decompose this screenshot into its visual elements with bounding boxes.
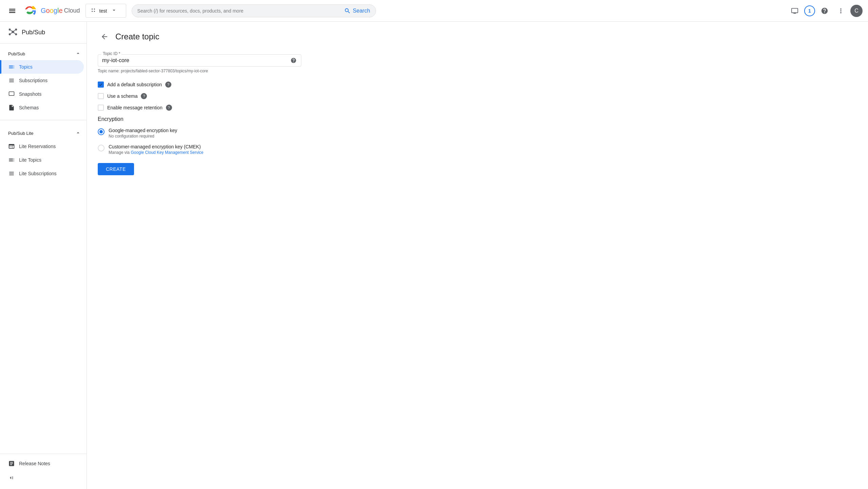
svg-point-2 xyxy=(92,11,93,12)
topic-id-input[interactable] xyxy=(102,57,297,64)
topic-id-help-icon[interactable] xyxy=(290,57,297,64)
topic-id-wrapper: Topic ID xyxy=(98,54,301,67)
notification-badge[interactable]: 1 xyxy=(804,5,815,16)
project-name: test xyxy=(99,8,107,14)
sidebar-item-lite-reservations-label: Lite Reservations xyxy=(19,144,56,149)
main-content: Create topic Topic ID Topic name: projec… xyxy=(87,22,868,489)
google-managed-key-radio[interactable] xyxy=(98,128,105,135)
sidebar-item-topics[interactable]: Topics xyxy=(0,60,84,74)
sidebar-item-schemas[interactable]: Schemas xyxy=(0,101,84,114)
search-button[interactable]: Search xyxy=(344,7,370,14)
sidebar-item-release-notes-label: Release Notes xyxy=(19,461,50,466)
google-managed-key-sublabel: No configuration required xyxy=(109,134,177,139)
help-button[interactable] xyxy=(818,4,831,18)
lite-reservations-icon xyxy=(8,143,15,150)
sidebar-pubsub-section: Pub/Sub Topics Subscriptions xyxy=(0,43,87,117)
svg-point-0 xyxy=(92,8,93,10)
use-schema-label: Use a schema xyxy=(107,93,137,99)
pubsub-lite-section-header[interactable]: Pub/Sub Lite xyxy=(0,126,87,140)
cmek-row: Customer-managed encryption key (CMEK) M… xyxy=(98,144,301,155)
avatar-letter: C xyxy=(854,8,858,14)
sidebar-divider xyxy=(0,120,87,120)
topic-id-field: Topic ID Topic name: projects/fabled-sec… xyxy=(98,54,301,73)
cmek-content: Customer-managed encryption key (CMEK) M… xyxy=(109,144,204,155)
google-managed-key-content: Google-managed encryption key No configu… xyxy=(109,128,177,139)
svg-point-3 xyxy=(94,11,95,12)
sidebar-item-lite-subscriptions[interactable]: Lite Subscriptions xyxy=(0,167,84,180)
lite-topics-icon xyxy=(8,157,15,163)
svg-line-11 xyxy=(11,33,12,34)
use-schema-help-icon[interactable]: ? xyxy=(141,93,147,99)
svg-line-9 xyxy=(11,30,12,31)
cmek-link[interactable]: Google Cloud Key Management Service xyxy=(131,150,203,155)
topic-name-hint: Topic name: projects/fabled-sector-37780… xyxy=(98,69,301,73)
project-selector[interactable]: test xyxy=(86,4,126,18)
schemas-icon xyxy=(8,104,15,111)
cmek-radio[interactable] xyxy=(98,145,105,151)
add-default-subscription-checkbox[interactable] xyxy=(98,82,104,88)
svg-point-1 xyxy=(94,8,95,10)
page-title: Create topic xyxy=(115,32,159,41)
encryption-section-title: Encryption xyxy=(98,116,301,122)
more-menu-button[interactable] xyxy=(834,4,848,18)
sidebar-item-lite-reservations[interactable]: Lite Reservations xyxy=(0,140,84,153)
use-schema-checkbox[interactable] xyxy=(98,93,104,99)
pubsub-section-title: Pub/Sub xyxy=(8,51,25,56)
topics-icon xyxy=(8,64,15,70)
collapse-sidebar-icon xyxy=(8,474,15,482)
create-button[interactable]: CREATE xyxy=(98,163,134,175)
encryption-radio-group: Google-managed encryption key No configu… xyxy=(98,128,301,155)
message-retention-help-icon[interactable]: ? xyxy=(166,105,172,111)
sidebar-item-topics-label: Topics xyxy=(19,64,33,70)
pubsub-lite-section-title: Pub/Sub Lite xyxy=(8,131,33,136)
search-label: Search xyxy=(353,8,370,14)
search-input[interactable] xyxy=(137,8,344,14)
top-header: Google Cloud test Search 1 xyxy=(0,0,868,22)
google-managed-key-row: Google-managed encryption key No configu… xyxy=(98,128,301,139)
user-avatar[interactable]: C xyxy=(850,5,863,17)
hamburger-button[interactable] xyxy=(5,4,19,18)
sidebar-item-subscriptions-label: Subscriptions xyxy=(19,78,48,83)
back-button[interactable] xyxy=(98,30,111,43)
svg-line-12 xyxy=(14,33,15,34)
create-topic-form: Topic ID Topic name: projects/fabled-sec… xyxy=(98,54,301,175)
snapshots-icon xyxy=(8,91,15,97)
enable-message-retention-checkbox[interactable] xyxy=(98,105,104,111)
sidebar-brand-name: Pub/Sub xyxy=(22,29,45,36)
add-default-subscription-label: Add a default subscription xyxy=(107,82,162,87)
project-icon xyxy=(90,7,97,15)
search-bar: Search xyxy=(132,4,376,17)
enable-message-retention-label: Enable message retention xyxy=(107,105,163,110)
release-notes-icon xyxy=(8,460,15,467)
add-default-subscription-row: Add a default subscription ? xyxy=(98,82,301,88)
google-managed-key-label: Google-managed encryption key xyxy=(109,128,177,133)
sidebar: Pub/Sub Pub/Sub Topics xyxy=(0,22,87,489)
header-actions: 1 C xyxy=(788,4,863,18)
topic-id-label: Topic ID xyxy=(101,51,121,56)
sidebar-item-lite-topics[interactable]: Lite Topics xyxy=(0,153,84,167)
chevron-down-icon xyxy=(111,7,117,14)
sidebar-item-lite-topics-label: Lite Topics xyxy=(19,157,41,163)
sidebar-item-schemas-label: Schemas xyxy=(19,105,39,110)
main-layout: Pub/Sub Pub/Sub Topics xyxy=(0,22,868,489)
sidebar-footer: Release Notes xyxy=(0,454,87,489)
cloud-text: Cloud xyxy=(64,7,80,14)
pubsub-icon xyxy=(8,27,18,38)
sidebar-item-release-notes[interactable]: Release Notes xyxy=(0,457,84,470)
add-subscription-help-icon[interactable]: ? xyxy=(165,82,171,88)
monitor-button[interactable] xyxy=(788,4,801,18)
subscriptions-icon xyxy=(8,77,15,84)
cmek-label: Customer-managed encryption key (CMEK) xyxy=(109,144,204,149)
sidebar-item-snapshots-label: Snapshots xyxy=(19,91,41,97)
sidebar-item-snapshots[interactable]: Snapshots xyxy=(0,87,84,101)
sidebar-brand: Pub/Sub xyxy=(0,22,87,43)
google-cloud-logo[interactable]: Google Cloud xyxy=(24,4,80,18)
lite-subscriptions-icon xyxy=(8,170,15,177)
notification-count: 1 xyxy=(808,8,811,14)
svg-line-10 xyxy=(14,30,15,31)
sidebar-collapse-button[interactable] xyxy=(0,470,87,486)
sidebar-item-lite-subscriptions-label: Lite Subscriptions xyxy=(19,171,57,176)
pubsub-section-header[interactable]: Pub/Sub xyxy=(0,46,87,60)
sidebar-item-subscriptions[interactable]: Subscriptions xyxy=(0,74,84,87)
enable-message-retention-row: Enable message retention ? xyxy=(98,105,301,111)
